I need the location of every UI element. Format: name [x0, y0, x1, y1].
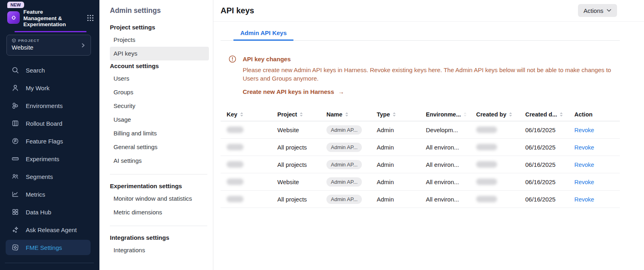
project-cell: Website: [277, 127, 326, 133]
people-icon: [11, 172, 19, 181]
revoke-link[interactable]: Revoke: [574, 144, 594, 151]
settings-item-security[interactable]: Security: [110, 99, 207, 113]
column-header-project[interactable]: Project: [277, 111, 326, 118]
settings-item-general-settings[interactable]: General settings: [110, 140, 207, 154]
revoke-link[interactable]: Revoke: [574, 196, 594, 203]
created-by-cell: [476, 196, 525, 202]
key-cell: [221, 179, 277, 185]
name-cell: Admin AP...: [326, 177, 377, 187]
redacted-key: [227, 196, 244, 202]
table-row: All projects Admin AP... Admin All envir…: [221, 139, 620, 156]
tab-bar: Admin API Keys: [221, 26, 620, 41]
column-header-type[interactable]: Type: [377, 111, 426, 118]
settings-nav-divider: [110, 174, 207, 174]
name-pill: Admin AP...: [326, 195, 362, 204]
sidebar-item-ask-release-agent[interactable]: Ask Release Agent: [0, 221, 99, 239]
sidebar-item-experiments[interactable]: Experiments: [0, 150, 99, 168]
project-value: Website: [12, 44, 86, 51]
created-date-cell: 06/16/2025: [525, 127, 574, 133]
project-cell: Website: [277, 179, 326, 185]
redacted-key: [227, 144, 244, 150]
column-header-created-date[interactable]: Created d...: [525, 111, 574, 118]
key-cell: [221, 196, 277, 202]
sidebar-item-fme-settings[interactable]: FME Settings: [0, 239, 99, 256]
environment-cell: Developm...: [426, 127, 476, 133]
search-icon: [11, 66, 19, 74]
redacted-key: [227, 127, 244, 133]
type-cell: Admin: [377, 179, 426, 185]
revoke-link[interactable]: Revoke: [574, 127, 594, 133]
column-header-action: Action: [574, 111, 620, 118]
fme-logo-icon: [7, 11, 20, 24]
settings-item-monitor-window[interactable]: Monitor window and statistics: [110, 192, 207, 206]
create-api-keys-link[interactable]: Create new API keys in Harness →: [243, 88, 344, 95]
api-keys-table: Key Project Name Type Environme... Creat…: [221, 108, 620, 208]
column-header-created-by[interactable]: Created by: [476, 111, 525, 118]
settings-item-billing-and-limits[interactable]: Billing and limits: [110, 127, 207, 140]
type-cell: Admin: [377, 161, 426, 168]
project-cell: All projects: [277, 196, 326, 203]
settings-item-users[interactable]: Users: [110, 72, 207, 85]
sidebar-item-environments[interactable]: Environments: [0, 97, 99, 114]
type-cell: Admin: [377, 127, 426, 133]
revoke-link[interactable]: Revoke: [574, 179, 594, 185]
name-pill: Admin AP...: [326, 125, 362, 135]
settings-item-metric-dimensions[interactable]: Metric dimensions: [110, 206, 207, 219]
name-pill: Admin AP...: [326, 160, 362, 169]
sidebar-item-segments[interactable]: Segments: [0, 168, 99, 185]
environments-icon: [11, 102, 19, 110]
sidebar-item-my-work[interactable]: My Work: [0, 79, 99, 97]
key-cell: [221, 144, 277, 150]
created-date-cell: 06/16/2025: [525, 161, 574, 168]
settings-item-groups[interactable]: Groups: [110, 85, 207, 99]
redacted-created-by: [476, 179, 497, 185]
flag-icon: [11, 137, 19, 145]
new-badge: NEW: [7, 2, 24, 8]
redacted-key: [227, 179, 244, 185]
tab-admin-api-keys[interactable]: Admin API Keys: [233, 29, 293, 41]
column-header-name[interactable]: Name: [326, 111, 377, 118]
table-row: Website Admin AP... Admin All environ...…: [221, 173, 620, 191]
column-header-key[interactable]: Key: [221, 111, 277, 118]
sidebar-item-search[interactable]: Search: [0, 61, 99, 79]
revoke-link[interactable]: Revoke: [574, 162, 594, 168]
environment-cell: All environ...: [426, 196, 476, 203]
sidebar-item-data-hub[interactable]: Data Hub: [0, 203, 99, 221]
section-experimentation-settings: Experimentation settings: [110, 183, 207, 189]
user-icon: [11, 84, 19, 92]
environment-cell: All environ...: [426, 161, 476, 168]
environment-cell: All environ...: [426, 144, 476, 151]
project-cube-icon: [12, 38, 16, 43]
project-selector[interactable]: PROJECT Website: [6, 35, 91, 56]
sidebar-item-feature-flags[interactable]: Feature Flags: [0, 132, 99, 150]
column-header-environment[interactable]: Environme...: [426, 111, 476, 118]
app-switcher-icon[interactable]: [87, 15, 94, 21]
actions-button[interactable]: Actions: [578, 4, 617, 17]
main-content: API keys Actions Admin API Keys API key …: [213, 0, 644, 270]
data-hub-icon: [11, 208, 19, 216]
settings-nav-divider: [110, 226, 207, 226]
settings-item-integrations[interactable]: Integrations: [110, 243, 207, 257]
sidebar-item-rollout-board[interactable]: Rollout Board: [0, 114, 99, 132]
settings-item-projects[interactable]: Projects: [110, 33, 207, 47]
brand-accent-bar: [14, 31, 87, 32]
settings-item-api-keys[interactable]: API keys: [110, 47, 209, 60]
sort-icon: [345, 112, 349, 117]
created-date-cell: 06/16/2025: [525, 196, 574, 203]
sort-icon: [463, 112, 467, 117]
page-header: API keys Actions: [221, 0, 644, 21]
created-by-cell: [476, 179, 525, 185]
name-pill: Admin AP...: [326, 177, 362, 187]
app-sidebar: NEW Feature Management & Experimentation: [0, 0, 99, 270]
sidebar-item-metrics[interactable]: Metrics: [0, 185, 99, 203]
notice-body: Please create new Admin API keys in Harn…: [243, 66, 615, 83]
section-integrations-settings: Integrations settings: [110, 234, 207, 241]
key-cell: [221, 127, 277, 133]
created-by-cell: [476, 161, 525, 168]
created-by-cell: [476, 144, 525, 150]
settings-item-ai-settings[interactable]: AI settings: [110, 154, 207, 168]
settings-item-usage[interactable]: Usage: [110, 113, 207, 127]
notice-title: API key changes: [243, 52, 628, 62]
type-cell: Admin: [377, 144, 426, 151]
name-cell: Admin AP...: [326, 195, 377, 204]
